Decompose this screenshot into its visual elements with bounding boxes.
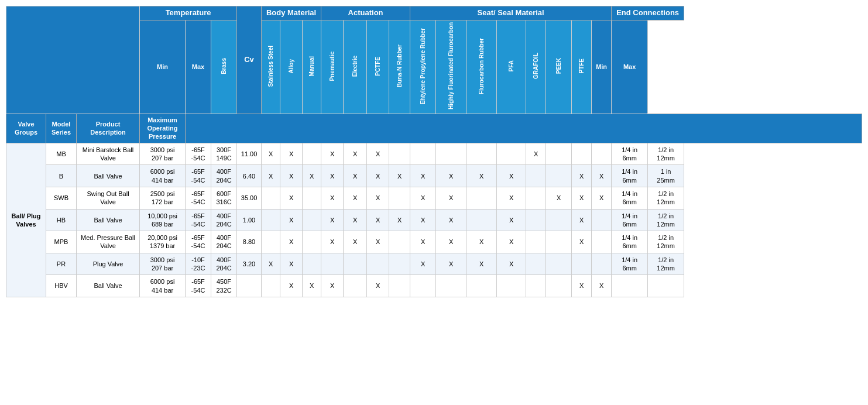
manual-cell: X: [321, 143, 344, 165]
header-end-connections: End Connections: [612, 6, 684, 20]
cv-cell: 35.00: [237, 187, 262, 209]
pneumatic-cell: X: [344, 187, 367, 209]
model-cell: SWB: [46, 187, 77, 209]
end-min-cell: 1/4 in 6mm: [612, 253, 648, 275]
peek-cell: [572, 143, 592, 165]
table-row: PRPlug Valve3000 psi 207 bar-10F -23C400…: [6, 253, 862, 275]
pfa-cell: [526, 231, 546, 253]
highly-fluor-cell: [466, 209, 497, 231]
header-temp-max: Max: [186, 20, 211, 114]
end-max-cell: [648, 275, 684, 297]
temp-max-cell: 400F 204C: [211, 209, 237, 231]
stainless-cell: X: [280, 165, 303, 187]
pfa-cell: [526, 187, 546, 209]
pctfe-cell: [389, 231, 410, 253]
pfa-cell: [526, 165, 546, 187]
alloy-cell: X: [303, 275, 321, 297]
header-end-max: Max: [612, 20, 648, 114]
pctfe-cell: X: [389, 165, 410, 187]
grafoil-cell: [546, 275, 572, 297]
model-cell: MB: [46, 143, 77, 165]
manual-cell: X: [321, 187, 344, 209]
ethylene-cell: X: [436, 209, 466, 231]
description-cell: Plug Valve: [77, 253, 140, 275]
temp-max-cell: 300F 149C: [211, 143, 237, 165]
end-min-cell: 1/4 in 6mm: [612, 209, 648, 231]
fluorocarbon-cell: [497, 143, 526, 165]
pctfe-cell: X: [389, 209, 410, 231]
manual-cell: X: [321, 275, 344, 297]
pneumatic-cell: [344, 275, 367, 297]
peek-cell: X: [572, 165, 592, 187]
temp-max-cell: 450F 232C: [211, 275, 237, 297]
buna-n-cell: [410, 275, 436, 297]
stainless-cell: X: [280, 209, 303, 231]
brass-cell: [262, 187, 280, 209]
cv-cell: 11.00: [237, 143, 262, 165]
header-pfa: PFA: [497, 20, 526, 114]
ptfe-cell: X: [592, 165, 612, 187]
electric-cell: X: [367, 209, 389, 231]
brass-cell: [262, 231, 280, 253]
highly-fluor-cell: [466, 143, 497, 165]
buna-n-cell: [410, 143, 436, 165]
header-temperature: Temperature: [140, 6, 237, 20]
highly-fluor-cell: X: [466, 253, 497, 275]
end-max-cell: 1 in 25mm: [648, 165, 684, 187]
header-manual: Manual: [303, 20, 321, 114]
grafoil-cell: [546, 231, 572, 253]
temp-max-cell: 400F 204C: [211, 165, 237, 187]
model-cell: HBV: [46, 275, 77, 297]
max-pressure-cell: 20,000 psi 1379 bar: [140, 231, 186, 253]
max-pressure-cell: 6000 psi 414 bar: [140, 165, 186, 187]
end-min-cell: 1/4 in 6mm: [612, 187, 648, 209]
valve-group-cell: Ball/ Plug Valves: [6, 143, 46, 297]
description-cell: Med. Pressure Ball Valve: [77, 231, 140, 253]
manual-cell: X: [321, 209, 344, 231]
end-min-cell: 1/4 in 6mm: [612, 165, 648, 187]
temp-max-cell: 600F 316C: [211, 187, 237, 209]
grafoil-cell: X: [546, 187, 572, 209]
pfa-cell: [526, 275, 546, 297]
peek-cell: X: [572, 187, 592, 209]
temp-max-cell: 400F 204C: [211, 253, 237, 275]
peek-cell: [572, 253, 592, 275]
table-row: HBVBall Valve6000 psi 414 bar-65F -54C45…: [6, 275, 862, 297]
electric-cell: [367, 253, 389, 275]
peek-cell: X: [572, 209, 592, 231]
table-row: HBBall Valve10,000 psi 689 bar-65F -54C4…: [6, 209, 862, 231]
main-container: Temperature Cv Body Material Actuation S…: [0, 0, 868, 303]
brass-cell: [262, 209, 280, 231]
cv-cell: 6.40: [237, 165, 262, 187]
header-grafoil: GRAFOIL: [526, 20, 546, 114]
buna-n-cell: X: [410, 187, 436, 209]
pneumatic-cell: X: [344, 143, 367, 165]
highly-fluor-cell: [466, 187, 497, 209]
max-pressure-cell: 10,000 psi 689 bar: [140, 209, 186, 231]
cv-cell: 8.80: [237, 231, 262, 253]
temp-max-cell: 400F 204C: [211, 231, 237, 253]
buna-n-cell: X: [410, 209, 436, 231]
end-max-cell: 1/2 in 12mm: [648, 187, 684, 209]
header-pctfe: PCTFE: [367, 20, 389, 114]
header-end-min: Min: [592, 20, 612, 114]
alloy-cell: [303, 253, 321, 275]
header-valve-groups: Valve Groups: [6, 114, 46, 143]
header-temp-min: Min: [140, 20, 186, 114]
pctfe-cell: [389, 143, 410, 165]
grafoil-cell: [546, 143, 572, 165]
ethylene-cell: X: [436, 187, 466, 209]
highly-fluor-cell: [466, 275, 497, 297]
ptfe-cell: X: [592, 275, 612, 297]
end-min-cell: 1/4 in 6mm: [612, 143, 648, 165]
header-stainless-steel: Stainless Steel: [262, 20, 280, 114]
brass-cell: X: [262, 253, 280, 275]
model-cell: MPB: [46, 231, 77, 253]
fluorocarbon-cell: X: [497, 187, 526, 209]
temp-min-cell: -65F -54C: [186, 209, 211, 231]
alloy-cell: [303, 187, 321, 209]
table-row: Ball/ Plug ValvesMBMini Barstock Ball Va…: [6, 143, 862, 165]
pctfe-cell: [389, 253, 410, 275]
cv-cell: [237, 275, 262, 297]
header-electric: Electric: [344, 20, 367, 114]
